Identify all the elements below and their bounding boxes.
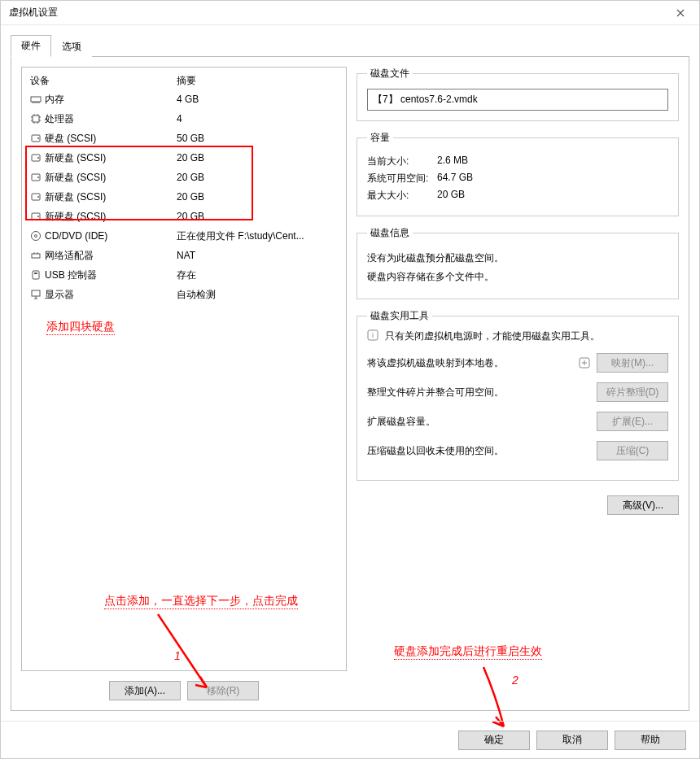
annotation-number1: 1: [174, 649, 181, 662]
ok-button[interactable]: 确定: [458, 731, 530, 750]
device-name: 网络适配器: [45, 247, 94, 264]
device-row[interactable]: 新硬盘 (SCSI)20 GB: [22, 148, 346, 168]
util-warn-text: 只有关闭虚拟机电源时，才能使用磁盘实用工具。: [385, 329, 668, 343]
close-button[interactable]: [662, 1, 699, 25]
usb-icon: [30, 269, 42, 281]
device-summary: 20 GB: [177, 150, 338, 166]
svg-text:i: i: [372, 331, 374, 339]
disk-util-group: 磁盘实用工具 i 只有关闭虚拟机电源时，才能使用磁盘实用工具。 将该虚拟机磁盘映…: [357, 309, 679, 481]
device-row[interactable]: 处理器4: [22, 109, 346, 129]
vm-settings-window: 虚拟机设置 硬件 选项 设备 摘要 内存4 GB处理器4硬盘 (SCSI)50 …: [0, 0, 700, 759]
device-name: 新硬盘 (SCSI): [45, 150, 106, 166]
header-summary: 摘要: [177, 74, 338, 88]
device-summary: NAT: [177, 247, 338, 264]
compact-text: 压缩磁盘以回收未使用的空间。: [367, 444, 590, 458]
right-pane: 磁盘文件 【7】 centos7.6-2.vmdk 容量 当前大小: 2.6 M…: [357, 67, 679, 700]
cap-current-label: 当前大小:: [367, 155, 432, 168]
disk-icon: [30, 211, 42, 222]
cap-current-value: 2.6 MB: [437, 155, 468, 168]
disk-file-legend: 磁盘文件: [367, 67, 413, 81]
device-summary: 4 GB: [177, 91, 338, 107]
tab-body: 设备 摘要 内存4 GB处理器4硬盘 (SCSI)50 GB新硬盘 (SCSI)…: [11, 56, 689, 711]
info-icon: i: [367, 329, 378, 341]
svg-rect-14: [32, 254, 40, 258]
device-row[interactable]: USB 控制器存在: [22, 265, 346, 285]
tabs: 硬件 选项: [11, 35, 689, 57]
device-summary: 4: [177, 111, 338, 127]
device-list-header: 设备 摘要: [22, 72, 346, 89]
device-name: 新硬盘 (SCSI): [45, 208, 106, 225]
cpu-icon: [30, 113, 42, 124]
device-name: 处理器: [45, 111, 74, 127]
map-text: 将该虚拟机磁盘映射到本地卷。: [367, 356, 572, 370]
cd-icon: [30, 230, 42, 242]
cap-max-value: 20 GB: [437, 189, 465, 203]
cap-free-label: 系统可用空间:: [367, 172, 432, 185]
svg-rect-17: [32, 290, 40, 296]
disk-file-field[interactable]: 【7】 centos7.6-2.vmdk: [367, 89, 668, 111]
expand-button: 扩展(E)...: [597, 412, 668, 431]
svg-point-13: [35, 235, 37, 238]
device-row[interactable]: 新硬盘 (SCSI)20 GB: [22, 187, 346, 207]
device-summary: 50 GB: [177, 130, 338, 146]
header-device: 设备: [30, 74, 177, 88]
disk-icon: [30, 191, 42, 203]
svg-point-7: [37, 177, 39, 178]
display-icon: [30, 289, 42, 300]
device-row[interactable]: 硬盘 (SCSI)50 GB: [22, 129, 346, 148]
net-icon: [30, 250, 42, 261]
help-button[interactable]: 帮助: [615, 731, 686, 750]
cap-max-label: 最大大小:: [367, 189, 432, 203]
disk-icon: [30, 133, 42, 144]
add-button[interactable]: 添加(A)...: [109, 681, 181, 700]
disk-info-legend: 磁盘信息: [367, 226, 413, 240]
disk-util-legend: 磁盘实用工具: [367, 309, 432, 323]
map-icon: [579, 357, 590, 369]
device-name: CD/DVD (IDE): [45, 228, 107, 244]
device-row[interactable]: 内存4 GB: [22, 89, 346, 109]
device-summary: 20 GB: [177, 189, 338, 205]
device-summary: 20 GB: [177, 169, 338, 185]
defrag-button: 碎片整理(D): [597, 382, 668, 402]
compact-button: 压缩(C): [597, 441, 668, 460]
svg-rect-16: [34, 273, 37, 274]
remove-button: 移除(R): [187, 681, 259, 700]
expand-text: 扩展磁盘容量。: [367, 415, 590, 429]
svg-point-9: [37, 196, 39, 198]
disk-info-group: 磁盘信息 没有为此磁盘预分配磁盘空间。 硬盘内容存储在多个文件中。: [357, 226, 679, 299]
close-icon: [676, 9, 685, 17]
memory-icon: [30, 94, 42, 105]
device-name: 新硬盘 (SCSI): [45, 189, 106, 205]
svg-point-11: [37, 216, 39, 217]
device-summary: 20 GB: [177, 208, 338, 225]
cancel-button[interactable]: 取消: [536, 731, 608, 750]
device-row[interactable]: 新硬盘 (SCSI)20 GB: [22, 168, 346, 187]
svg-rect-15: [33, 271, 39, 279]
disk-icon: [30, 152, 42, 164]
window-title: 虚拟机设置: [9, 6, 58, 20]
device-list: 设备 摘要 内存4 GB处理器4硬盘 (SCSI)50 GB新硬盘 (SCSI)…: [21, 67, 347, 671]
annotation-click-add: 点击添加，一直选择下一步，点击完成: [104, 594, 298, 609]
defrag-text: 整理文件碎片并整合可用空间。: [367, 386, 590, 399]
advanced-button[interactable]: 高级(V)...: [607, 495, 679, 515]
svg-point-12: [32, 232, 41, 241]
device-row[interactable]: 显示器自动检测: [22, 285, 346, 304]
annotation-add-disks: 添加四块硬盘: [46, 320, 115, 335]
device-summary: 正在使用文件 F:\study\Cent...: [177, 228, 338, 244]
svg-point-3: [37, 137, 39, 139]
capacity-legend: 容量: [367, 131, 393, 145]
device-summary: 存在: [177, 267, 338, 283]
device-name: 新硬盘 (SCSI): [45, 169, 106, 185]
device-name: USB 控制器: [45, 267, 97, 283]
annotation-restart: 硬盘添加完成后进行重启生效: [394, 644, 542, 660]
titlebar: 虚拟机设置: [1, 1, 699, 25]
tab-hardware[interactable]: 硬件: [11, 35, 51, 57]
device-row[interactable]: 新硬盘 (SCSI)20 GB: [22, 207, 346, 226]
device-name: 显示器: [45, 286, 74, 303]
device-row[interactable]: 网络适配器NAT: [22, 246, 346, 265]
content-area: 硬件 选项 设备 摘要 内存4 GB处理器4硬盘 (SCSI)50 GB新硬盘 …: [1, 25, 699, 721]
svg-rect-0: [31, 97, 41, 102]
device-row[interactable]: CD/DVD (IDE)正在使用文件 F:\study\Cent...: [22, 226, 346, 246]
tab-options[interactable]: 选项: [51, 36, 92, 57]
svg-point-5: [37, 157, 39, 159]
